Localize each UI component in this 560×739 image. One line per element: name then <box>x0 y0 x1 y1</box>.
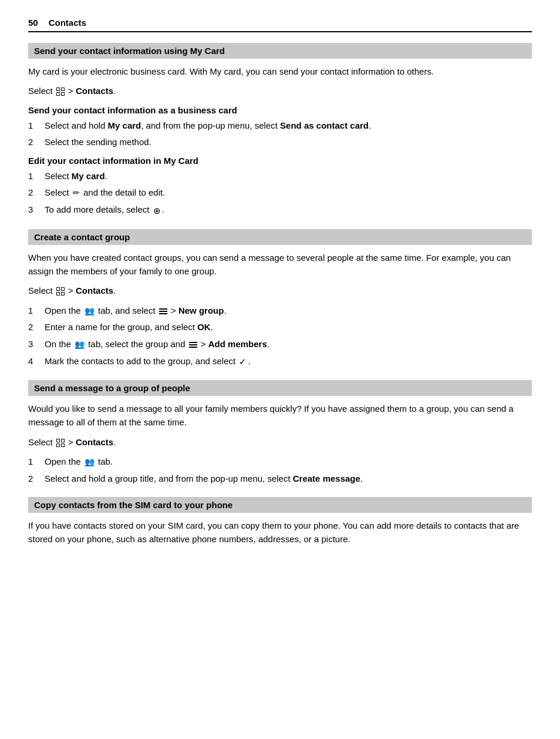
edit-my-card-list: 1 Select My card. 2 Select ✏ and the det… <box>28 169 532 217</box>
my-card-select: My card <box>72 171 105 181</box>
list-item: 2 Select and hold a group title, and fro… <box>28 472 532 485</box>
select-word-1: Select <box>28 86 55 96</box>
section-header-send-group: Send a message to a group of people <box>28 380 532 396</box>
group-icon-1: 👥 <box>85 305 95 318</box>
contacts-bold-3: Contacts <box>76 437 113 447</box>
gt-3: > <box>68 437 76 447</box>
group-icon-3: 👥 <box>85 456 95 469</box>
section-intro-send-my-card: My card is your electronic business card… <box>28 65 532 78</box>
menu-icon-2 <box>189 342 197 348</box>
section-send-my-card: Send your contact information using My C… <box>28 43 532 217</box>
send-group-list: 1 Open the 👥 tab. 2 Select and hold a gr… <box>28 455 532 485</box>
subsection-send-business-card: Send your contact information as a busin… <box>28 105 532 149</box>
list-item: 4 Mark the contacts to add to the group,… <box>28 354 532 369</box>
gt-2: > <box>68 285 76 295</box>
create-message-bold: Create message <box>293 473 360 483</box>
list-item: 2 Enter a name for the group, and select… <box>28 320 532 334</box>
section-header-send-my-card: Send your contact information using My C… <box>28 43 532 59</box>
list-item: 3 On the 👥 tab, select the group and > A… <box>28 337 532 351</box>
apps-icon-1 <box>56 88 65 96</box>
my-card-bold: My card <box>108 120 141 130</box>
page-wrapper: 50 Contacts Send your contact informatio… <box>28 18 532 546</box>
contacts-bold-2: Contacts <box>76 285 113 295</box>
list-item: 3 To add more details, select ⊕. <box>28 203 532 217</box>
select-word-3: Select <box>28 437 55 447</box>
subsection-title-send-business-card: Send your contact information as a busin… <box>28 105 532 115</box>
send-as-contact-card-bold: Send as contact card <box>280 120 369 130</box>
gt-1: > <box>68 86 76 96</box>
list-item: 1 Open the 👥 tab. <box>28 455 532 469</box>
new-group-bold: New group <box>178 305 224 315</box>
select-line-3: Select > Contacts. <box>28 435 532 449</box>
subsection-edit-my-card: Edit your contact information in My Card… <box>28 156 532 217</box>
subsection-title-edit-my-card: Edit your contact information in My Card <box>28 156 532 166</box>
page-title: Contacts <box>49 18 86 28</box>
list-item: 2 Select the sending method. <box>28 135 532 149</box>
select-line-2: Select > Contacts. <box>28 284 532 297</box>
contacts-bold-1: Contacts <box>76 86 113 96</box>
add-members-bold: Add members <box>208 339 267 349</box>
section-intro-create-group: When you have created contact groups, yo… <box>28 251 532 278</box>
group-icon-2: 👥 <box>75 338 85 351</box>
select-word-2: Select <box>28 285 55 295</box>
menu-icon-1 <box>159 308 167 314</box>
list-item: 1 Select and hold My card, and from the … <box>28 119 532 132</box>
section-intro-copy-sim: If you have contacts stored on your SIM … <box>28 519 532 546</box>
apps-icon-2 <box>56 287 65 295</box>
section-header-create-group: Create a contact group <box>28 229 532 245</box>
send-business-card-list: 1 Select and hold My card, and from the … <box>28 119 532 149</box>
section-create-contact-group: Create a contact group When you have cre… <box>28 229 532 368</box>
list-item: 2 Select ✏ and the detail to edit. <box>28 186 532 200</box>
pencil-icon: ✏ <box>73 187 80 200</box>
section-header-copy-sim: Copy contacts from the SIM card to your … <box>28 497 532 513</box>
check-icon: ✓ <box>239 355 247 368</box>
add-icon: ⊕ <box>153 204 161 217</box>
section-send-group-message: Send a message to a group of people Woul… <box>28 380 532 485</box>
list-item: 1 Select My card. <box>28 169 532 183</box>
apps-icon-3 <box>56 439 65 447</box>
select-line-1: Select > Contacts. <box>28 84 532 98</box>
section-copy-sim-contacts: Copy contacts from the SIM card to your … <box>28 497 532 546</box>
list-item: 1 Open the 👥 tab, and select > New group… <box>28 304 532 318</box>
create-group-list: 1 Open the 👥 tab, and select > New group… <box>28 304 532 369</box>
page-header: 50 Contacts <box>28 18 532 32</box>
section-intro-send-group: Would you like to send a message to all … <box>28 402 532 429</box>
ok-bold: OK <box>197 322 211 332</box>
page-number: 50 <box>28 18 38 28</box>
